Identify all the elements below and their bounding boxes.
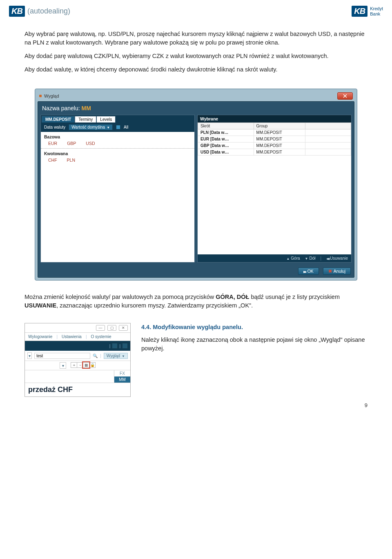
arrow-down-icon: [305, 256, 308, 261]
up-button[interactable]: Góra: [286, 256, 300, 261]
down-button[interactable]: Dół: [305, 256, 316, 261]
table-row[interactable]: EUR [Data w… MM.DEPOSIT: [198, 136, 351, 143]
search-input[interactable]: [34, 353, 90, 359]
close-icon: [343, 94, 347, 98]
table-row[interactable]: PLN [Data w… MM.DEPOSIT: [198, 129, 351, 136]
logo-autodealing: KB (autodealing): [9, 6, 70, 17]
currency-chf[interactable]: CHF: [48, 158, 57, 163]
chevron-down-icon: [107, 125, 110, 129]
ok-button[interactable]: OK: [298, 267, 319, 275]
remove-icon: [326, 256, 329, 261]
toolbar-icon-1[interactable]: [112, 343, 118, 349]
kredyt-bank-text: Kredyt Bank: [370, 6, 383, 16]
close-window-button[interactable]: ✕: [119, 325, 128, 331]
data-waluty-label: Data waluty: [44, 125, 65, 129]
ok-icon: [303, 269, 306, 274]
currency-pln[interactable]: PLN: [67, 158, 75, 163]
menu-ustawienia[interactable]: Ustawienia: [62, 334, 82, 339]
tab-mm[interactable]: MM: [114, 376, 130, 383]
wyglad-dropdown[interactable]: Wygląd: [104, 353, 128, 359]
selected-table: Skrót Group PLN [Data w… MM.DEPOSIT EUR …: [198, 122, 351, 156]
expand-toggle[interactable]: ▾: [27, 352, 32, 359]
kb-logo-box-right: KB: [352, 6, 368, 17]
expand-toggle-2[interactable]: ▾: [60, 362, 66, 369]
col-skrot[interactable]: Skrót: [198, 123, 254, 129]
delete-button[interactable]: Usuwanie: [326, 256, 348, 261]
search-icon[interactable]: 🔍: [93, 354, 98, 358]
selected-panel: Wybrane Skrót Group PLN [Data w… MM.DEPO…: [197, 115, 352, 263]
kb-logo-box: KB: [9, 6, 25, 17]
tool-layout-highlighted[interactable]: ▦: [83, 362, 89, 368]
all-label: All: [124, 125, 128, 129]
autodealing-text: (autodealing): [27, 7, 70, 16]
table-row[interactable]: GBP [Data w… MM.DEPOSIT: [198, 143, 351, 149]
tab-fx[interactable]: FX: [114, 370, 130, 376]
tool-remove[interactable]: －: [77, 362, 83, 368]
panel-name-row: Nazwa panelu: MM: [38, 102, 354, 115]
body-text-block-1: Aby wybrać parę walutową, np. USD/PLN, p…: [0, 20, 392, 83]
dialog-icon: [39, 95, 42, 97]
wyglad-dialog: Wygląd Nazwa panelu: MM MM.DEPOSIT Termi…: [35, 89, 357, 281]
minimize-button[interactable]: —: [96, 325, 105, 331]
toolbar-icon-2[interactable]: [122, 343, 128, 349]
panel-name-value: MM: [82, 105, 91, 111]
paragraph-3: Aby dodać walutę, w której chcemy depono…: [24, 65, 368, 74]
currency-eur[interactable]: EUR: [48, 141, 57, 146]
menu-o-systemie[interactable]: O systemie: [91, 334, 111, 339]
paragraph-1: Aby wybrać parę walutową, np. USD/PLN, p…: [24, 30, 368, 47]
dialog-titlebar: Wygląd: [38, 91, 354, 101]
col-group[interactable]: Group: [254, 123, 305, 129]
kwotowana-heading: Kwotowana: [41, 148, 194, 157]
arrow-up-icon: [286, 256, 290, 261]
tab-terminy[interactable]: Terminy: [75, 116, 96, 122]
page-header: KB (autodealing) KB Kredyt Bank: [0, 0, 392, 20]
tab-levels[interactable]: Levels: [96, 116, 116, 122]
all-checkbox[interactable]: [116, 125, 120, 129]
large-currency-label: przedaż CHF: [25, 383, 130, 396]
maximize-button[interactable]: ▢: [107, 325, 116, 331]
panel-toolbar-screenshot: — ▢ ✕ Wylogowanie | Ustawienia | O syste…: [24, 323, 131, 397]
tool-add[interactable]: ＋: [71, 362, 77, 368]
tab-mm-deposit[interactable]: MM.DEPOSIT: [42, 116, 75, 122]
section-4-4-text: Należy kliknąć ikonę zaznaczoną obok a n…: [141, 336, 368, 353]
paragraph-4: Można zmienić kolejność waluty/ par walu…: [24, 293, 368, 310]
chevron-down-icon: [122, 354, 125, 358]
tool-lock[interactable]: 🔒: [89, 362, 96, 368]
data-waluty-dropdown[interactable]: Wartość domyślna: [69, 124, 113, 130]
currency-usd[interactable]: USD: [86, 141, 95, 146]
cancel-icon: ✖: [328, 269, 332, 274]
paragraph-2: Aby dodać parę walutową CZK/PLN, wybiera…: [24, 52, 368, 60]
section-4-4-heading: 4.4. Modyfikowanie wyglądu panelu.: [141, 323, 368, 332]
logo-kredyt-bank: KB Kredyt Bank: [352, 6, 383, 17]
dialog-title: Wygląd: [44, 94, 59, 98]
table-row[interactable]: USD [Data w… MM.DEPOSIT: [198, 149, 351, 156]
page-number: 9: [365, 402, 368, 408]
body-text-block-2: Można zmienić kolejność waluty/ par walu…: [0, 293, 392, 319]
close-button[interactable]: [337, 92, 353, 100]
menu-wylogowanie[interactable]: Wylogowanie: [28, 334, 52, 339]
cancel-button[interactable]: ✖ Anuluj: [323, 267, 351, 275]
currencies-panel: MM.DEPOSIT Terminy Levels Data waluty Wa…: [40, 115, 195, 263]
bazowa-heading: Bazowa: [41, 132, 194, 140]
currency-gbp[interactable]: GBP: [67, 141, 76, 146]
wybrane-heading: Wybrane: [198, 115, 351, 122]
